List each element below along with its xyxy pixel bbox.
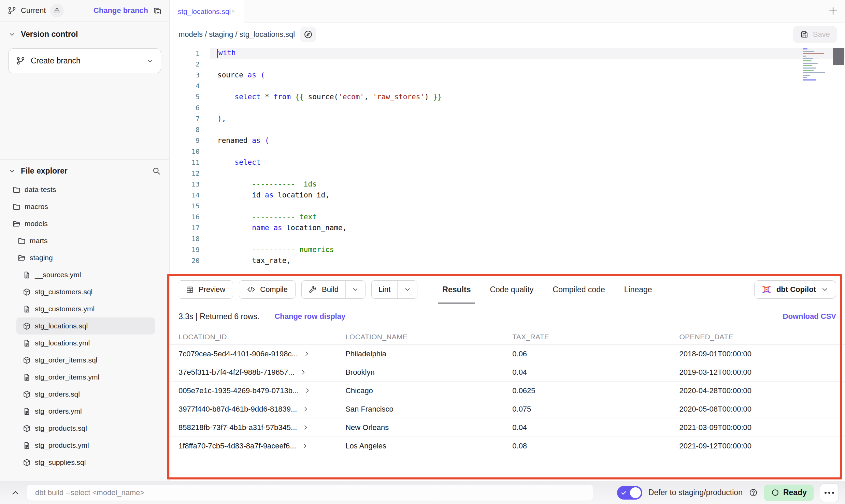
lint-button[interactable]: Lint [372, 281, 397, 298]
expand-row-chevron-icon[interactable] [300, 369, 306, 375]
file-tree-item-stg-order-items-yml[interactable]: stg_order_items.yml [0, 369, 169, 386]
file-explorer-header[interactable]: File explorer [8, 166, 147, 176]
compile-button[interactable]: Compile [239, 280, 296, 299]
table-row[interactable]: 3977f440-b87d-461b-9dd6-81839...San Fran… [170, 400, 845, 418]
version-control-header[interactable]: Version control [8, 30, 161, 39]
tab-stg-locations-sql[interactable]: stg_locations.sql [170, 0, 244, 23]
sidebar: Current Change branch Version control Cr… [0, 0, 170, 481]
build-label: Build [322, 285, 339, 294]
download-csv-link[interactable]: Download CSV [783, 312, 836, 321]
file-name: stg_locations.sql [35, 322, 88, 330]
close-icon[interactable] [231, 8, 235, 15]
line-number: 5 [170, 93, 200, 101]
code-text: renamed as ( [217, 136, 269, 145]
build-dropdown[interactable] [345, 281, 365, 298]
more-options-button[interactable] [820, 483, 839, 502]
line-number: 13 [170, 180, 200, 188]
indent-guide [218, 146, 218, 266]
create-branch-button[interactable]: Create branch [9, 49, 139, 73]
help-icon[interactable] [749, 488, 758, 497]
file-tree-item-data-tests[interactable]: data-tests [0, 181, 169, 198]
chevron-down-icon [8, 31, 16, 38]
lint-dropdown[interactable] [397, 281, 417, 298]
change-row-display-link[interactable]: Change row display [274, 312, 345, 321]
code-icon [247, 285, 256, 294]
cell-location-id: 3977f440-b87d-461b-9dd6-81839... [178, 405, 297, 414]
results-tab-results[interactable]: Results [433, 275, 480, 304]
file-tree-item-stg-order-items-sql[interactable]: stg_order_items.sql [0, 352, 169, 369]
file-tree: data-testsmacrosmodelsmartsstaging__sour… [0, 181, 169, 471]
plus-icon [828, 6, 838, 16]
query-summary: 3.3s | Returned 6 rows. [178, 312, 259, 321]
file-name: stg_customers.yml [35, 305, 95, 313]
expand-row-chevron-icon[interactable] [302, 443, 308, 449]
expand-row-chevron-icon[interactable] [302, 406, 309, 412]
expand-row-chevron-icon[interactable] [304, 387, 311, 394]
code-line-18: 18 [170, 233, 845, 244]
line-number: 10 [170, 147, 200, 155]
expand-row-chevron-icon[interactable] [302, 424, 309, 431]
search-icon[interactable] [152, 166, 161, 176]
file-tree-item-stg-locations-sql[interactable]: stg_locations.sql [16, 317, 155, 335]
file-tree-item-stg-products-sql[interactable]: stg_products.sql [0, 420, 169, 437]
file-name: stg_orders.yml [35, 407, 82, 415]
branch-icon [8, 6, 16, 15]
editor-scrollbar[interactable] [833, 48, 844, 65]
command-input[interactable] [27, 485, 593, 501]
file-name: stg_products.sql [35, 424, 87, 432]
minimap[interactable] [803, 48, 830, 82]
file-tree-item-models[interactable]: models [0, 215, 169, 232]
indent-guide [235, 168, 235, 266]
build-split-button: Build [301, 280, 366, 299]
build-button[interactable]: Build [302, 281, 345, 298]
create-branch-dropdown[interactable] [139, 49, 161, 73]
table-cell: 0.04 [512, 368, 679, 377]
defer-toggle[interactable] [617, 486, 642, 500]
file-tree-item-stg-customers-sql[interactable]: stg_customers.sql [0, 283, 169, 300]
table-row[interactable]: 005e7e1c-1935-4269-b479-0713b...Chicago0… [170, 382, 845, 400]
file-tree-item-staging[interactable]: staging [0, 249, 169, 266]
table-cell: 0.08 [512, 442, 679, 450]
save-button[interactable]: Save [793, 26, 837, 43]
results-tab-code-quality[interactable]: Code quality [480, 275, 543, 304]
table-row[interactable]: 1f8ffa70-7cb5-4d83-8a7f-9aceef6...Los An… [170, 437, 845, 455]
line-number: 17 [170, 224, 200, 232]
code-editor[interactable]: 1with23source as (45 select * from {{ so… [170, 46, 845, 275]
line-number: 4 [170, 82, 200, 90]
code-text: ---------- ids [217, 180, 317, 188]
file-tree-item-stg-products-yml[interactable]: stg_products.yml [0, 437, 169, 454]
save-icon [800, 30, 809, 39]
table-cell: 2018-09-01T00:00:00 [679, 350, 840, 358]
dbt-copilot-button[interactable]: dbt Copilot [754, 280, 836, 299]
file-tree-item--sources-yml[interactable]: __sources.yml [0, 266, 169, 283]
code-line-9: 9renamed as ( [170, 135, 845, 146]
create-branch-split-button: Create branch [8, 48, 161, 73]
code-text: with [217, 49, 236, 58]
copilot-label: dbt Copilot [776, 285, 816, 294]
results-tab-compiled-code[interactable]: Compiled code [543, 275, 614, 304]
expand-row-chevron-icon[interactable] [303, 351, 310, 357]
table-row[interactable]: 858218fb-73f7-4b1b-a31f-57b345...New Orl… [170, 418, 845, 437]
file-tree-item-stg-orders-yml[interactable]: stg_orders.yml [0, 403, 169, 420]
preview-label: Preview [199, 285, 225, 294]
lineage-compass-icon[interactable] [300, 27, 316, 42]
file-tree-item-stg-orders-sql[interactable]: stg_orders.sql [0, 386, 169, 403]
file-tree-item-stg-supplies-sql[interactable]: stg_supplies.sql [0, 454, 169, 471]
code-text: select [217, 158, 260, 166]
table-cell: San Francisco [345, 405, 512, 414]
new-tab-button[interactable] [828, 6, 838, 16]
chevron-up-icon[interactable] [10, 488, 20, 498]
change-branch-link[interactable]: Change branch [94, 6, 148, 15]
preview-button[interactable]: Preview [178, 280, 233, 299]
model-cube-icon [23, 288, 31, 296]
file-icon [23, 271, 31, 279]
lock-icon [53, 7, 61, 14]
file-tree-item-stg-customers-yml[interactable]: stg_customers.yml [0, 300, 169, 317]
table-row[interactable]: 37e5f311-b7f4-4f2f-988b-719657...Brookly… [170, 363, 845, 382]
results-tab-lineage[interactable]: Lineage [615, 275, 662, 304]
file-tree-item-stg-locations-yml[interactable]: stg_locations.yml [0, 335, 169, 352]
file-tree-item-marts[interactable]: marts [0, 232, 169, 249]
copy-icon[interactable] [153, 6, 162, 15]
table-row[interactable]: 7c079cea-5ed4-4101-906e-9198c...Philadel… [170, 345, 845, 363]
file-tree-item-macros[interactable]: macros [0, 198, 169, 215]
